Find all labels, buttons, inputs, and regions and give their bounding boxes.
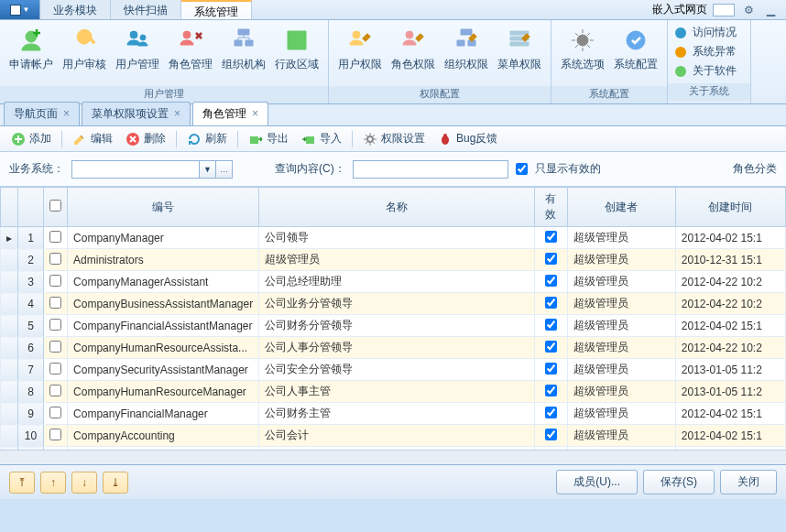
ribbon-btn-1-2[interactable]: 组织权限 xyxy=(441,24,492,74)
table-row[interactable]: 5CompanyFinancialAssistantManager公司财务分管领… xyxy=(1,315,786,337)
side-item-1[interactable]: 系统异常 xyxy=(671,43,747,60)
cell-valid[interactable] xyxy=(534,271,567,293)
subtab-1[interactable]: 菜单权限项设置× xyxy=(82,102,191,125)
table-row[interactable]: 3CompanyManagerAssistant公司总经理助理超级管理员2012… xyxy=(1,271,786,293)
ellipsis-button[interactable]: … xyxy=(216,160,233,179)
permission-button[interactable]: 权限设置 xyxy=(357,128,431,149)
horizontal-scrollbar[interactable] xyxy=(0,450,786,464)
app-tab-1[interactable]: 快件扫描 xyxy=(111,0,181,19)
table-row[interactable]: ▸1CompanyManager公司领导超级管理员2012-04-02 15:1 xyxy=(1,227,786,249)
app-menu-button[interactable]: ▼ xyxy=(0,0,40,19)
row-indicator xyxy=(1,315,18,337)
ribbon-btn-2-0[interactable]: 系统选项 xyxy=(557,24,608,74)
select-all-header[interactable] xyxy=(44,188,68,227)
save-button[interactable]: 保存(S) xyxy=(643,470,715,494)
cell-valid[interactable] xyxy=(534,425,567,447)
cell-name: 公司财务主管 xyxy=(259,403,534,425)
add-button[interactable]: 添加 xyxy=(5,128,57,149)
app-tab-2[interactable]: 系统管理 xyxy=(181,0,252,19)
table-row[interactable]: 7CompanySecurityAssistantManager公司安全分管领导… xyxy=(1,359,786,381)
cell-valid[interactable] xyxy=(534,227,567,249)
cell-valid[interactable] xyxy=(534,315,567,337)
side-item-0[interactable]: 访问情况 xyxy=(671,24,747,41)
ribbon-btn-0-3[interactable]: 角色管理 xyxy=(165,24,216,74)
time-header[interactable]: 创建时间 xyxy=(675,188,785,227)
ribbon-btn-1-0[interactable]: 用户权限 xyxy=(334,24,386,74)
row-select[interactable] xyxy=(44,293,68,315)
system-input[interactable] xyxy=(71,160,200,179)
table-row[interactable]: 2Administrators超级管理员超级管理员2010-12-31 15:1 xyxy=(1,249,786,271)
ribbon-btn-1-3[interactable]: 菜单权限 xyxy=(494,24,545,74)
row-select[interactable] xyxy=(44,315,68,337)
delete-button[interactable]: 删除 xyxy=(120,128,171,149)
cell-time: 2010-12-31 15:1 xyxy=(675,249,785,271)
valid-header[interactable]: 有效 xyxy=(534,188,567,227)
embedded-label[interactable]: 嵌入式网页 xyxy=(652,2,707,17)
row-indicator xyxy=(1,403,18,425)
ribbon-btn-2-1[interactable]: 系统配置 xyxy=(610,24,661,74)
ribbon-btn-0-4[interactable]: 组织机构 xyxy=(218,24,269,74)
ribbon-btn-0-5[interactable]: 行政区域 xyxy=(271,24,322,74)
system-combo[interactable]: ▼ … xyxy=(71,160,233,179)
side-item-2[interactable]: 关于软件 xyxy=(671,62,747,80)
only-valid-checkbox[interactable] xyxy=(516,163,528,175)
ribbon-btn-0-0[interactable]: 申请帐户 xyxy=(5,24,57,74)
table-row[interactable]: 9CompanyFinancialManager公司财务主管超级管理员2012-… xyxy=(1,403,786,425)
search-input[interactable] xyxy=(353,160,508,179)
cell-name: 公司安全分管领导 xyxy=(259,359,534,381)
ribbon-btn-1-1[interactable]: 角色权限 xyxy=(388,24,439,74)
row-select[interactable] xyxy=(44,403,68,425)
svg-point-2 xyxy=(675,66,686,77)
bug-button[interactable]: Bug反馈 xyxy=(432,128,503,149)
close-icon[interactable]: × xyxy=(174,107,180,120)
cell-creator: 超级管理员 xyxy=(567,359,675,381)
row-select[interactable] xyxy=(44,249,68,271)
cell-code: CompanyAccounting xyxy=(68,425,259,447)
cell-valid[interactable] xyxy=(534,359,567,381)
embedded-box[interactable] xyxy=(713,4,735,16)
row-select[interactable] xyxy=(44,381,68,403)
edit-button[interactable]: 编辑 xyxy=(67,128,118,149)
table-row[interactable]: 4CompanyBusinessAssistantManager公司业务分管领导… xyxy=(1,293,786,315)
creator-header[interactable]: 创建者 xyxy=(567,188,675,227)
row-select[interactable] xyxy=(44,359,68,381)
members-button[interactable]: 成员(U)... xyxy=(556,470,638,494)
cell-valid[interactable] xyxy=(534,337,567,359)
cell-creator: 超级管理员 xyxy=(567,227,675,249)
import-button[interactable]: 导入 xyxy=(296,128,347,149)
ribbon-btn-0-2[interactable]: 用户管理 xyxy=(112,24,163,74)
cell-name: 超级管理员 xyxy=(259,249,534,271)
row-select[interactable] xyxy=(44,271,68,293)
ribbon-icon xyxy=(16,26,46,55)
name-header[interactable]: 名称 xyxy=(259,188,534,227)
side-icon xyxy=(673,45,688,60)
app-tab-0[interactable]: 业务模块 xyxy=(40,0,111,19)
cell-valid[interactable] xyxy=(534,293,567,315)
table-row[interactable]: 6CompanyHumanResourceAssista...公司人事分管领导超… xyxy=(1,337,786,359)
row-select[interactable] xyxy=(44,425,68,447)
close-icon[interactable]: × xyxy=(252,107,258,120)
down-button[interactable]: ↓ xyxy=(71,472,97,494)
cell-valid[interactable] xyxy=(534,249,567,271)
minimize-icon[interactable]: ▁ xyxy=(762,4,779,16)
export-button[interactable]: 导出 xyxy=(243,128,294,149)
close-button[interactable]: 关闭 xyxy=(720,470,777,494)
dropdown-icon[interactable]: ▼ xyxy=(200,160,216,179)
help-icon[interactable]: ⚙ xyxy=(740,4,757,16)
cell-valid[interactable] xyxy=(534,381,567,403)
row-select[interactable] xyxy=(44,337,68,359)
table-row[interactable]: 8CompanyHumanResourceManager公司人事主管超级管理员2… xyxy=(1,381,786,403)
cell-time: 2012-04-02 15:1 xyxy=(675,425,785,447)
cell-valid[interactable] xyxy=(534,403,567,425)
up-button[interactable]: ↑ xyxy=(40,472,66,494)
close-icon[interactable]: × xyxy=(63,107,70,120)
subtab-0[interactable]: 导航页面× xyxy=(4,102,80,125)
first-button[interactable]: ⤒ xyxy=(9,472,35,494)
last-button[interactable]: ⤓ xyxy=(103,472,128,494)
refresh-button[interactable]: 刷新 xyxy=(181,128,233,149)
code-header[interactable]: 编号 xyxy=(68,188,259,227)
subtab-2[interactable]: 角色管理× xyxy=(192,102,268,125)
table-row[interactable]: 10CompanyAccounting公司会计超级管理员2012-04-02 1… xyxy=(1,425,786,447)
ribbon-btn-0-1[interactable]: 用户审核 xyxy=(59,24,110,74)
row-select[interactable] xyxy=(44,227,68,249)
